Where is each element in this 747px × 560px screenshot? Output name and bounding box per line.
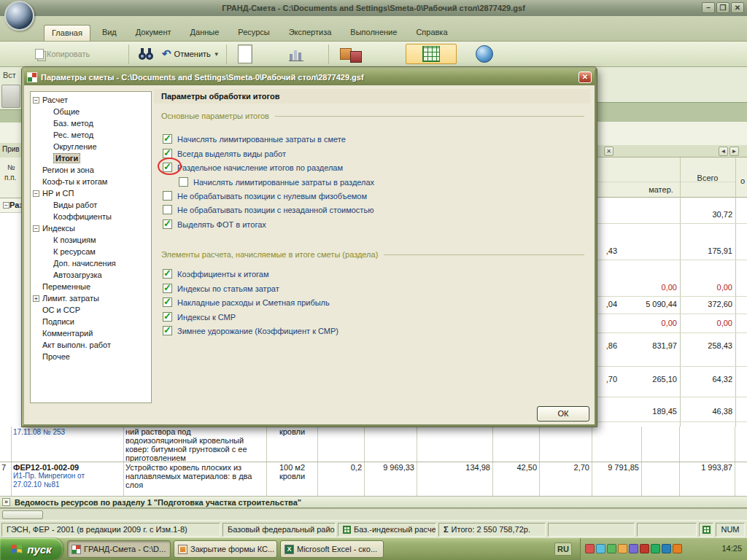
collapse-icon[interactable] <box>33 190 39 197</box>
maximize-button[interactable] <box>716 2 729 13</box>
tree-item-itogi-selected[interactable]: Итоги <box>31 152 151 164</box>
tree-item[interactable]: ОС и ССР <box>31 304 151 316</box>
minimize-button[interactable] <box>702 2 715 13</box>
collapse-icon[interactable] <box>33 97 39 104</box>
tree-item[interactable]: Лимит. затраты <box>31 292 151 304</box>
expand-icon[interactable] <box>2 498 10 506</box>
taskbar-item-form[interactable]: Закрытие формы КС... <box>174 540 277 558</box>
tab-spravka[interactable]: Справка <box>409 25 454 41</box>
internet-button[interactable] <box>473 44 496 64</box>
tree-item[interactable]: Баз. метод <box>31 117 151 129</box>
cell-value: 258,43 <box>708 341 732 350</box>
tray-icon[interactable] <box>651 544 660 553</box>
dialog-titlebar[interactable]: Параметры сметы - C:\Documents and Setti… <box>24 69 595 85</box>
windows-flag-icon <box>11 543 23 555</box>
collapse-icon[interactable] <box>3 202 9 209</box>
checkbox-row[interactable]: Начислять лимитированные затраты в смете <box>163 133 346 144</box>
scroll-thumb[interactable] <box>2 510 43 519</box>
tab-dannye[interactable]: Данные <box>183 25 227 41</box>
checkbox-row[interactable]: Выделять ФОТ в итогах <box>163 219 266 230</box>
checkbox-row[interactable]: Накладные расходы и Сметная прибыль <box>163 297 330 308</box>
checkbox-row[interactable]: Коэффициенты к итогам <box>163 268 269 279</box>
tree-item[interactable]: К ресурсам <box>31 246 151 257</box>
table-row[interactable]: 7 ФЕР12-01-002-09 И1-Пр. Минрегион от 27… <box>0 462 747 497</box>
collapse-icon[interactable] <box>33 225 39 232</box>
scroll-left-icon[interactable] <box>719 147 728 156</box>
tree-item[interactable]: Коэф-ты к итогам <box>31 176 151 187</box>
tab-vypolnenie[interactable]: Выполнение <box>343 25 404 41</box>
tray-icon[interactable] <box>607 544 616 553</box>
checkbox[interactable] <box>163 205 172 214</box>
taskbar-item-grand-smeta[interactable]: ГРАНД-Смета - C:\D... <box>67 540 171 558</box>
tray-icon[interactable] <box>662 544 671 553</box>
tree-item[interactable]: Индексы <box>31 222 151 234</box>
tree-item[interactable]: Расчет <box>31 94 151 106</box>
tree-item[interactable]: Подписи <box>31 316 151 327</box>
chart-button[interactable] <box>286 44 308 64</box>
expand-icon[interactable] <box>33 295 39 302</box>
tree-item[interactable]: Коэффициенты <box>31 211 151 222</box>
checkbox[interactable] <box>163 312 172 322</box>
checkbox[interactable] <box>163 134 172 144</box>
tab-ekspertiza[interactable]: Экспертиза <box>282 25 339 41</box>
tray-icon[interactable] <box>673 544 682 553</box>
tree-item[interactable]: Рес. метод <box>31 129 151 141</box>
close-pane-icon[interactable] <box>604 147 614 156</box>
checkbox[interactable] <box>163 149 172 158</box>
objects-button[interactable] <box>337 44 365 64</box>
tray-icon[interactable] <box>596 544 605 553</box>
checkbox-row[interactable]: Не обрабатывать позиции с нулевым физобъ… <box>163 190 367 201</box>
table-row[interactable]: 17.11.08 № 253 ний раствора под водоизол… <box>0 427 747 462</box>
language-indicator[interactable]: RU <box>554 542 572 556</box>
tab-vid[interactable]: Вид <box>95 25 124 41</box>
checkbox-row[interactable]: Всегда выделять виды работ <box>163 148 286 159</box>
scroll-right-icon[interactable] <box>729 147 739 156</box>
app-logo-icon[interactable] <box>4 1 34 31</box>
checkbox-row[interactable]: Начислять лимитированные затраты в разде… <box>179 176 374 187</box>
tree-item[interactable]: Акт выполн. работ <box>31 339 151 351</box>
tab-dokument[interactable]: Документ <box>128 25 179 41</box>
checkbox[interactable] <box>163 219 172 229</box>
dialog-close-button[interactable] <box>578 71 592 83</box>
taskbar-item-excel[interactable]: X Microsoft Excel - ско... <box>280 540 384 558</box>
resources-section-bar[interactable]: Ведомость ресурсов по разделу 1 "Подгото… <box>0 497 747 508</box>
tree-item[interactable]: Регион и зона <box>31 164 151 176</box>
horizontal-scrollbar[interactable] <box>0 508 747 520</box>
tray-icon[interactable] <box>618 544 627 553</box>
ok-button[interactable]: ОК <box>537 406 589 421</box>
new-document-button[interactable] <box>235 44 255 64</box>
checkbox-row[interactable]: Зимнее удорожание (Коэффициент к СМР) <box>163 325 338 336</box>
checkbox[interactable] <box>163 298 172 307</box>
start-button[interactable]: пуск <box>0 538 63 560</box>
tree-item[interactable]: Округление <box>31 141 151 152</box>
checkbox[interactable] <box>179 177 188 187</box>
tray-icon[interactable] <box>585 544 595 553</box>
tree-item[interactable]: Прочее <box>31 351 151 362</box>
copy-button[interactable]: Копировать <box>32 44 93 64</box>
close-button[interactable] <box>731 2 744 13</box>
checkbox[interactable] <box>163 326 172 335</box>
tree-item[interactable]: Виды работ <box>31 199 151 211</box>
search-button[interactable] <box>134 44 158 64</box>
tree-item[interactable]: Комментарий <box>31 327 151 339</box>
tree-item[interactable]: Переменные <box>31 281 151 292</box>
tree-item[interactable]: Доп. начисления <box>31 257 151 269</box>
tree-item[interactable]: НР и СП <box>31 187 151 199</box>
checkbox-row[interactable]: Не обрабатывать позиции с незаданной сто… <box>163 204 374 215</box>
tree-item[interactable]: Автозагрузка <box>31 269 151 281</box>
tray-icon[interactable] <box>640 544 649 553</box>
checkbox[interactable] <box>163 284 172 293</box>
checkbox-row[interactable]: Индексы по статьям затрат <box>163 283 279 294</box>
undo-button[interactable]: ↶ Отменить ▼ <box>159 44 222 64</box>
tab-glavnaya[interactable]: Главная <box>44 25 90 41</box>
totals-params-button[interactable] <box>406 44 457 64</box>
checkbox[interactable] <box>163 191 172 201</box>
tree-item[interactable]: К позициям <box>31 234 151 246</box>
separator <box>128 44 129 64</box>
tab-resursy[interactable]: Ресурсы <box>231 25 276 41</box>
checkbox-row[interactable]: Индексы к СМР <box>163 311 236 322</box>
checkbox-row-separate-totals[interactable]: Раздельное начисление итогов по разделам <box>163 162 343 173</box>
tray-icon[interactable] <box>629 544 638 553</box>
tree-item[interactable]: Общие <box>31 106 151 117</box>
checkbox[interactable] <box>163 269 172 279</box>
